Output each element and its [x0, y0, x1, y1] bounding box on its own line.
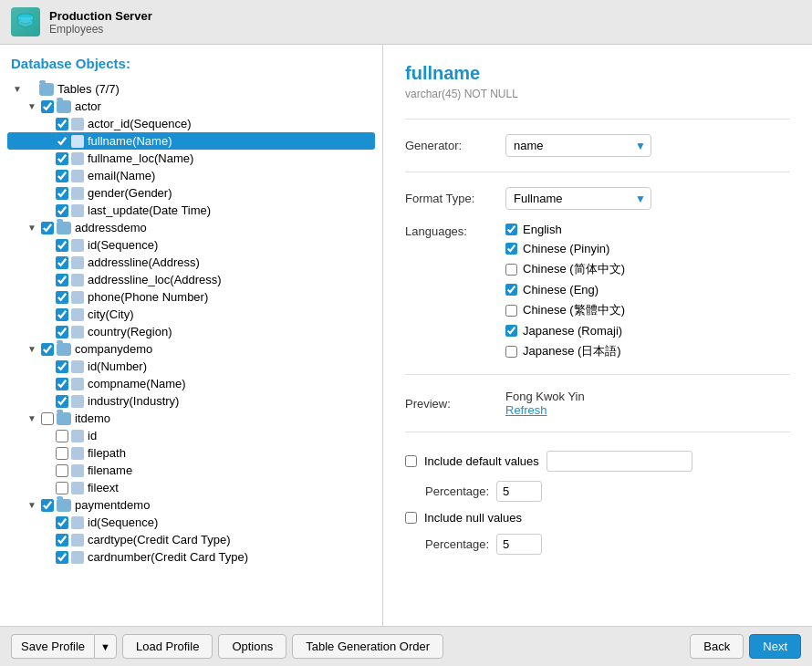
tree-item-itdemo[interactable]: ▼itdemo: [7, 410, 375, 427]
tree-item-tables[interactable]: ▼Tables (7/7): [7, 80, 375, 98]
tree-checkbox-addr_phone[interactable]: [56, 291, 68, 304]
tree-item-comp_name[interactable]: compname(Name): [7, 375, 375, 392]
tree-checkbox-paymentdemo[interactable]: [41, 499, 54, 512]
left-panel: Database Objects: ▼Tables (7/7)▼actoract…: [0, 45, 383, 626]
tree-item-actor_id[interactable]: actor_id(Sequence): [7, 115, 375, 132]
expand-arrow-companydemo[interactable]: ▼: [26, 343, 38, 356]
tree-checkbox-it_fileext[interactable]: [56, 482, 68, 494]
field-icon-fullname: [71, 135, 84, 148]
tree-checkbox-gender[interactable]: [56, 187, 68, 200]
format-type-select[interactable]: FullnameFirst NameLast NameMiddle Name: [505, 187, 651, 210]
tree-item-addr_city[interactable]: city(City): [7, 306, 375, 323]
table-generation-order-button[interactable]: Table Generation Order: [292, 634, 443, 659]
tree-item-addr_phone[interactable]: phone(Phone Number): [7, 288, 375, 306]
save-profile-arrow[interactable]: ▼: [94, 634, 117, 659]
language-checkbox-4[interactable]: [505, 305, 517, 317]
tree-item-pay_cardtype[interactable]: cardtype(Credit Card Type): [7, 531, 375, 548]
tree-checkbox-addr_addressline_loc[interactable]: [56, 274, 68, 286]
tree-checkbox-addr_city[interactable]: [56, 308, 68, 321]
tree-item-it_filepath[interactable]: filepath: [7, 444, 375, 462]
divider-1: [405, 119, 790, 120]
tree-checkbox-addressdemo[interactable]: [41, 222, 54, 234]
tree-item-email[interactable]: email(Name): [7, 167, 375, 184]
tree-item-last_update[interactable]: last_update(Date Time): [7, 202, 375, 219]
tree-checkbox-comp_industry[interactable]: [56, 395, 68, 408]
expand-arrow-actor[interactable]: ▼: [26, 100, 38, 113]
tree-item-it_fileext[interactable]: fileext: [7, 479, 375, 496]
tree-item-addr_id[interactable]: id(Sequence): [7, 236, 375, 254]
tree-item-comp_industry[interactable]: industry(Industry): [7, 392, 375, 410]
tree-checkbox-it_filepath[interactable]: [56, 447, 68, 460]
tree-checkbox-email[interactable]: [56, 170, 68, 182]
include-default-checkbox[interactable]: [405, 455, 417, 467]
field-icon-gender: [71, 187, 84, 200]
tree-checkbox-it_id[interactable]: [56, 430, 68, 442]
tree-checkbox-companydemo[interactable]: [41, 343, 54, 356]
save-profile-button[interactable]: Save Profile: [11, 634, 94, 659]
title-bar: Production Server Employees: [0, 0, 812, 45]
tree-item-comp_id[interactable]: id(Number): [7, 358, 375, 375]
tree-item-fullname_loc[interactable]: fullname_loc(Name): [7, 150, 375, 167]
language-checkbox-5[interactable]: [505, 325, 517, 337]
generator-select[interactable]: namerandomcustom: [505, 134, 651, 157]
tree-checkbox-comp_name[interactable]: [56, 378, 68, 390]
tree-item-pay_cardnumber[interactable]: cardnumber(Credit Card Type): [7, 548, 375, 566]
tree-label-addr_id: id(Sequence): [88, 238, 158, 252]
language-checkbox-3[interactable]: [505, 284, 517, 296]
tree-item-companydemo[interactable]: ▼companydemo: [7, 340, 375, 358]
include-null-checkbox[interactable]: [405, 512, 417, 524]
options-button[interactable]: Options: [218, 634, 286, 659]
title-text: Production Server Employees: [49, 9, 152, 36]
group-icon-tables: [39, 83, 54, 96]
next-button[interactable]: Next: [749, 634, 801, 659]
tree-item-fullname[interactable]: fullname(Name): [7, 132, 375, 150]
language-checkbox-6[interactable]: [505, 346, 517, 358]
generator-select-wrapper[interactable]: namerandomcustom ▼: [505, 134, 651, 157]
format-type-select-wrapper[interactable]: FullnameFirst NameLast NameMiddle Name ▼: [505, 187, 651, 210]
tree-checkbox-pay_cardnumber[interactable]: [56, 551, 68, 564]
percentage-2-input[interactable]: [496, 534, 542, 555]
language-checkbox-2[interactable]: [505, 264, 517, 276]
tree-label-paymentdemo: paymentdemo: [75, 498, 150, 512]
tree-checkbox-pay_id[interactable]: [56, 516, 68, 529]
tree-checkbox-it_filename[interactable]: [56, 464, 68, 477]
expand-arrow-addressdemo[interactable]: ▼: [26, 222, 38, 234]
tree-checkbox-fullname[interactable]: [56, 135, 68, 148]
expand-arrow-paymentdemo[interactable]: ▼: [26, 499, 38, 512]
tree-item-gender[interactable]: gender(Gender): [7, 184, 375, 202]
language-checkbox-0[interactable]: [505, 224, 517, 235]
tree-checkbox-addr_id[interactable]: [56, 239, 68, 252]
tree-item-actor[interactable]: ▼actor: [7, 98, 375, 115]
language-checkbox-1[interactable]: [505, 243, 517, 255]
back-button[interactable]: Back: [690, 634, 744, 659]
database-name: Employees: [49, 23, 152, 36]
tree-item-addressdemo[interactable]: ▼addressdemo: [7, 219, 375, 236]
tree-item-it_filename[interactable]: filename: [7, 462, 375, 479]
tree-checkbox-addr_country[interactable]: [56, 326, 68, 338]
expand-arrow-tables[interactable]: ▼: [11, 83, 24, 96]
save-profile-split-button[interactable]: Save Profile ▼: [11, 634, 117, 659]
tree-item-addr_country[interactable]: country(Region): [7, 323, 375, 340]
refresh-button[interactable]: Refresh: [505, 403, 547, 417]
tree-checkbox-fullname_loc[interactable]: [56, 152, 68, 165]
tree-checkbox-pay_cardtype[interactable]: [56, 534, 68, 546]
tree-checkbox-comp_id[interactable]: [56, 360, 68, 373]
tree-label-fullname_loc: fullname_loc(Name): [88, 151, 193, 165]
default-value-input[interactable]: [547, 451, 692, 472]
tree-checkbox-actor[interactable]: [41, 100, 54, 113]
divider-3: [405, 374, 790, 375]
tree-item-pay_id[interactable]: id(Sequence): [7, 514, 375, 531]
tree-item-addr_addressline_loc[interactable]: addressline_loc(Address): [7, 271, 375, 288]
tree-checkbox-addr_addressline[interactable]: [56, 256, 68, 269]
expand-arrow-itdemo[interactable]: ▼: [26, 412, 38, 425]
tree-item-paymentdemo[interactable]: ▼paymentdemo: [7, 496, 375, 514]
language-label-2: Chinese (简体中文): [523, 261, 625, 277]
tree-checkbox-last_update[interactable]: [56, 204, 68, 217]
tree-item-it_id[interactable]: id: [7, 427, 375, 444]
field-icon-addr_city: [71, 308, 84, 321]
tree-item-addr_addressline[interactable]: addressline(Address): [7, 254, 375, 271]
load-profile-button[interactable]: Load Profile: [122, 634, 213, 659]
tree-checkbox-itdemo[interactable]: [41, 412, 54, 425]
tree-checkbox-actor_id[interactable]: [56, 118, 68, 130]
percentage-1-input[interactable]: [496, 481, 542, 502]
